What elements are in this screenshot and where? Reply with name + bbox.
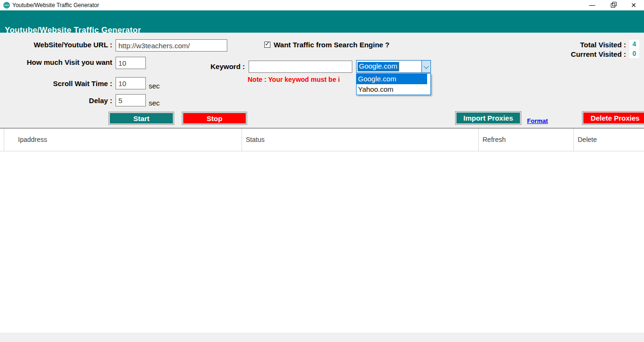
titlebar: Youtube/Website Traffic Generator — ✕ [0,0,644,10]
stop-button[interactable]: Stop [182,112,247,125]
start-button[interactable]: Start [108,112,174,125]
column-header-delete[interactable]: Delete [578,136,597,143]
keyword-note: Note : Your keywod must be i [248,76,340,83]
app-icon [3,2,10,9]
search-engine-dropdown-list: Google.com Yahoo.com [356,73,431,95]
restore-button[interactable] [602,0,623,10]
current-visited-label: Current Visited : [521,50,626,58]
keyword-label: Keyword : [199,62,245,70]
close-button[interactable]: ✕ [623,0,644,10]
current-visited-value: 0 [629,49,639,58]
visits-label: How much Visit you want [9,58,112,66]
column-header-status[interactable]: Status [246,136,265,143]
minimize-icon: — [589,1,595,9]
visits-input[interactable] [116,57,146,69]
grid-separator [573,129,574,151]
dropdown-option-yahoo[interactable]: Yahoo.com [357,84,430,95]
grid-separator [242,129,242,151]
delay-label: Delay : [9,96,112,105]
scroll-wait-unit: sec [149,82,160,90]
url-input[interactable] [116,39,227,52]
delete-proxies-button[interactable]: Delete Proxies [582,111,644,125]
delay-unit: sec [149,99,160,107]
grid-separator [478,129,479,151]
column-header-ipaddress[interactable]: Ipaddress [18,136,47,143]
total-visited-label: Total Visited : [521,41,626,49]
scroll-wait-input[interactable] [116,77,146,89]
chevron-down-icon [423,63,429,69]
delay-input[interactable] [116,94,146,106]
search-engine-select[interactable]: Google.com [356,60,431,73]
grid-header-bottom-border [0,151,644,151]
grid-separator [4,129,4,151]
search-engine-checkbox-label[interactable]: Want Traffic from Search Engine ? [274,41,389,49]
format-link[interactable]: Format [527,117,548,124]
total-visited-value: 4 [629,40,639,49]
keyword-input[interactable] [249,61,352,73]
checkmark-icon: ✓ [265,41,270,47]
window-title: Youtube/Website Traffic Generator [12,0,99,10]
restore-icon [611,3,615,8]
proxy-grid [0,129,644,333]
search-engine-selected-value: Google.com [358,62,399,71]
dropdown-option-google[interactable]: Google.com [357,74,430,84]
column-header-refresh[interactable]: Refresh [483,136,506,143]
minimize-button[interactable]: — [581,0,603,10]
dropdown-open-button[interactable] [421,61,430,72]
close-icon: ✕ [631,1,636,9]
url-label: WebSite/Youtube URL : [9,41,112,49]
scroll-wait-label: Scroll Wait Time : [9,79,112,88]
bottom-panel [0,333,644,342]
search-engine-checkbox[interactable]: ✓ [264,42,270,48]
app-header: Youtube/Website Traffic Generator [0,10,644,33]
import-proxies-button[interactable]: Import Proxies [455,111,521,125]
